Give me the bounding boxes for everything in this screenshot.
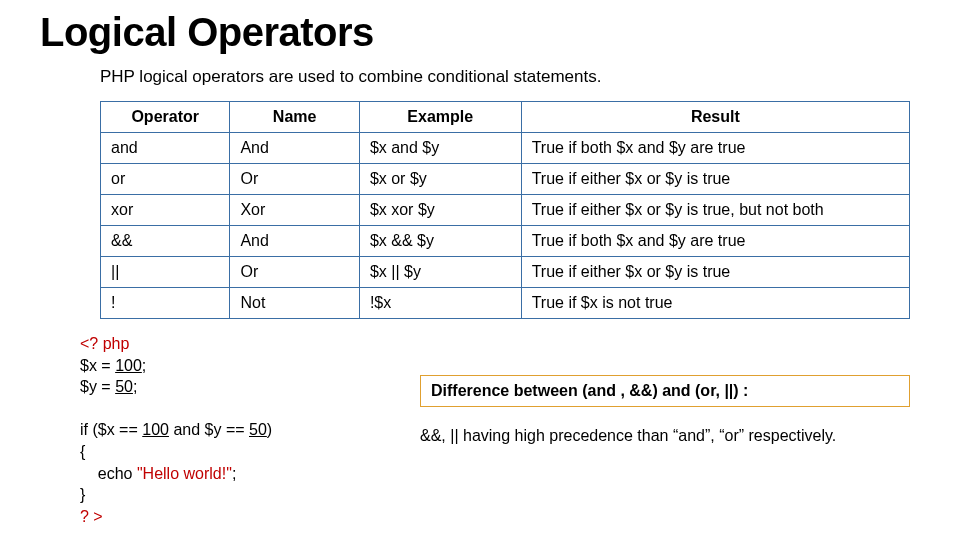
cell-operator: and — [101, 133, 230, 164]
cell-example: $x || $y — [359, 257, 521, 288]
cell-example: $x and $y — [359, 133, 521, 164]
code-line: if ($x == 100 and $y == 50) — [80, 421, 272, 438]
cell-name: And — [230, 133, 359, 164]
intro-text: PHP logical operators are used to combin… — [100, 67, 920, 87]
cell-result: True if both $x and $y are true — [521, 133, 909, 164]
cell-example: $x && $y — [359, 226, 521, 257]
notes-column: Difference between (and , &&) and (or, |… — [420, 375, 910, 447]
col-example: Example — [359, 102, 521, 133]
cell-result: True if either $x or $y is true — [521, 164, 909, 195]
cell-operator: || — [101, 257, 230, 288]
slide: Logical Operators PHP logical operators … — [0, 0, 960, 540]
code-line: <? php — [80, 335, 129, 352]
cell-example: $x or $y — [359, 164, 521, 195]
cell-result: True if either $x or $y is true, but not… — [521, 195, 909, 226]
code-line: ? > — [80, 508, 103, 525]
page-title: Logical Operators — [40, 10, 920, 55]
table-row: or Or $x or $y True if either $x or $y i… — [101, 164, 910, 195]
table-row: || Or $x || $y True if either $x or $y i… — [101, 257, 910, 288]
code-line: } — [80, 486, 85, 503]
code-line: $x = 100; — [80, 357, 146, 374]
operators-table-wrap: Operator Name Example Result and And $x … — [100, 101, 910, 319]
col-operator: Operator — [101, 102, 230, 133]
cell-example: !$x — [359, 288, 521, 319]
cell-result: True if $x is not true — [521, 288, 909, 319]
cell-name: Xor — [230, 195, 359, 226]
table-row: ! Not !$x True if $x is not true — [101, 288, 910, 319]
cell-name: Not — [230, 288, 359, 319]
cell-operator: or — [101, 164, 230, 195]
table-row: xor Xor $x xor $y True if either $x or $… — [101, 195, 910, 226]
code-line: $y = 50; — [80, 378, 137, 395]
code-line: echo "Hello world!"; — [80, 465, 241, 482]
code-line: { — [80, 443, 85, 460]
difference-box: Difference between (and , &&) and (or, |… — [420, 375, 910, 407]
cell-operator: xor — [101, 195, 230, 226]
cell-name: And — [230, 226, 359, 257]
precedence-note: &&, || having high precedence than “and”… — [420, 425, 910, 447]
col-result: Result — [521, 102, 909, 133]
cell-operator: && — [101, 226, 230, 257]
code-example: <? php $x = 100; $y = 50; if ($x == 100 … — [80, 333, 400, 527]
table-row: and And $x and $y True if both $x and $y… — [101, 133, 910, 164]
col-name: Name — [230, 102, 359, 133]
cell-operator: ! — [101, 288, 230, 319]
lower-section: <? php $x = 100; $y = 50; if ($x == 100 … — [40, 333, 920, 527]
cell-example: $x xor $y — [359, 195, 521, 226]
table-row: && And $x && $y True if both $x and $y a… — [101, 226, 910, 257]
cell-result: True if both $x and $y are true — [521, 226, 909, 257]
operators-table: Operator Name Example Result and And $x … — [100, 101, 910, 319]
cell-result: True if either $x or $y is true — [521, 257, 909, 288]
table-header-row: Operator Name Example Result — [101, 102, 910, 133]
cell-name: Or — [230, 164, 359, 195]
cell-name: Or — [230, 257, 359, 288]
